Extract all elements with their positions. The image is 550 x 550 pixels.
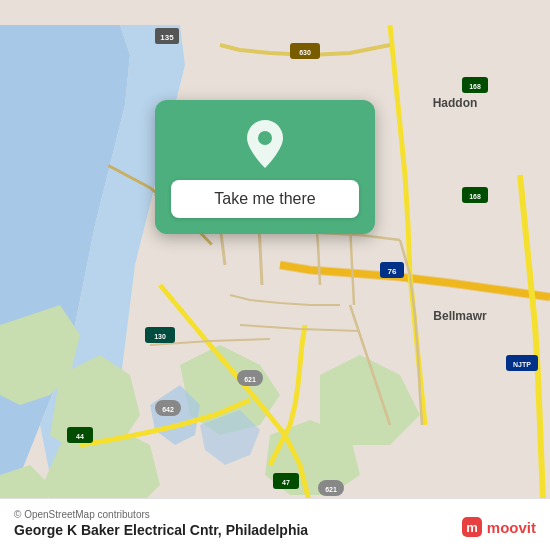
svg-text:47: 47 [282, 479, 290, 486]
map-container: 76 168 168 130 44 47 630 135 NJTP 621 62… [0, 0, 550, 550]
svg-text:44: 44 [76, 433, 84, 440]
svg-text:76: 76 [388, 267, 397, 276]
take-me-there-button[interactable]: Take me there [171, 180, 359, 218]
moovit-icon: m [461, 516, 483, 538]
svg-point-29 [258, 131, 272, 145]
svg-text:168: 168 [469, 193, 481, 200]
moovit-logo: m moovit [461, 516, 536, 538]
svg-text:Bellmawr: Bellmawr [433, 309, 487, 323]
svg-text:621: 621 [325, 486, 337, 493]
svg-text:130: 130 [154, 333, 166, 340]
svg-text:135: 135 [160, 33, 174, 42]
svg-text:630: 630 [299, 49, 311, 56]
location-pin-icon [243, 118, 287, 170]
map-background: 76 168 168 130 44 47 630 135 NJTP 621 62… [0, 0, 550, 550]
popup-card: Take me there [155, 100, 375, 234]
svg-text:168: 168 [469, 83, 481, 90]
map-attribution: © OpenStreetMap contributors [14, 509, 536, 520]
svg-text:621: 621 [244, 376, 256, 383]
svg-text:m: m [466, 520, 478, 535]
svg-text:NJTP: NJTP [513, 361, 531, 368]
svg-text:642: 642 [162, 406, 174, 413]
svg-text:Haddon: Haddon [433, 96, 478, 110]
location-name: George K Baker Electrical Cntr, Philadel… [14, 522, 536, 538]
moovit-brand-text: moovit [487, 519, 536, 536]
